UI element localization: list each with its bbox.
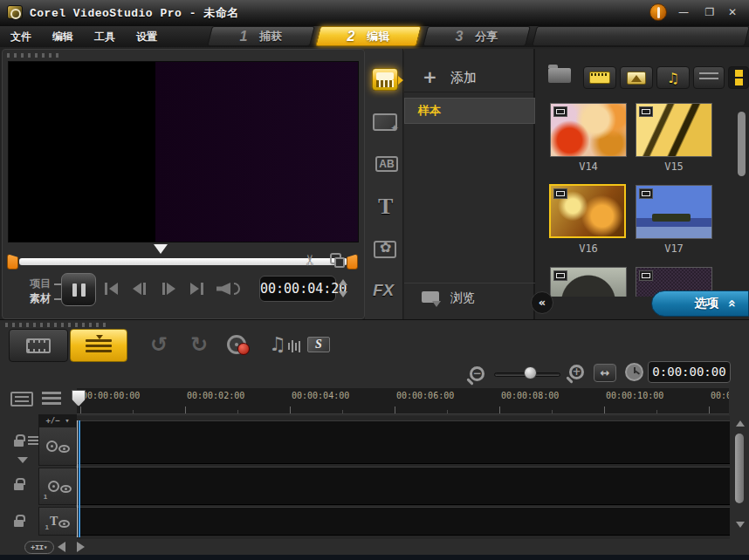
corel-guide-icon[interactable]: [649, 3, 667, 21]
video-badge-icon: [639, 188, 653, 199]
multi-trim-icon[interactable]: S: [307, 337, 330, 352]
overlay-track-lane[interactable]: [77, 467, 730, 505]
track-dropdown-icon[interactable]: [17, 457, 28, 463]
timeline-ruler[interactable]: 00:00:00:00 00:00:02:00 00:00:04:00 00:0…: [77, 388, 729, 414]
storyboard-icon: [26, 338, 51, 353]
clip-label: V15: [636, 160, 712, 173]
lock-track-icon[interactable]: [14, 483, 24, 490]
undo-button[interactable]: ↺: [150, 332, 168, 357]
ripple-edit-icon[interactable]: [28, 436, 38, 447]
next-frame-button[interactable]: [162, 283, 175, 295]
ruler-tick: 00:00:00:00: [82, 391, 140, 400]
preview-playhead-marker[interactable]: [154, 244, 168, 254]
track-visibility-icon: [60, 485, 72, 493]
ab-transition-tab-icon[interactable]: AB: [374, 155, 399, 171]
timeline-playhead-line[interactable]: [79, 420, 80, 537]
track-visibility-icon: [58, 520, 70, 528]
add-label: 添加: [450, 70, 477, 86]
close-button[interactable]: ✕: [723, 7, 742, 19]
sample-category-label: 样本: [418, 103, 441, 119]
scroll-right-icon[interactable]: [77, 542, 85, 552]
track-manager-icon[interactable]: [10, 392, 33, 406]
preview-scrubber[interactable]: [19, 258, 347, 265]
clip-thumbnail-v17[interactable]: [636, 185, 712, 239]
clip-thumbnail-v14[interactable]: [550, 103, 627, 157]
video-badge-icon: [553, 188, 567, 199]
lock-track-icon[interactable]: [14, 520, 24, 527]
video-badge-icon: [639, 270, 653, 281]
minimize-button[interactable]: —: [674, 7, 693, 19]
browse-icon: [422, 291, 439, 303]
timeline-timecode[interactable]: 0:00:00:00: [648, 361, 731, 383]
step-tab-edit[interactable]: 2 编辑: [315, 26, 422, 46]
maximize-button[interactable]: ❐: [700, 7, 719, 19]
timecode-decrease-icon[interactable]: [339, 291, 347, 297]
video-filter-button[interactable]: [583, 66, 616, 89]
title-track-header[interactable]: 1T: [38, 507, 77, 536]
title-track-lane[interactable]: [77, 507, 730, 536]
library-scrollbar[interactable]: [738, 112, 746, 176]
collapse-library-button[interactable]: «: [531, 291, 553, 314]
sound-mixer-icon[interactable]: ♫: [269, 333, 286, 355]
scroll-left-icon[interactable]: [58, 542, 65, 552]
timecode-increase-icon[interactable]: [339, 279, 347, 285]
scroll-up-icon[interactable]: [736, 420, 745, 427]
previous-frame-button[interactable]: [133, 283, 146, 295]
menu-file[interactable]: 文件: [10, 30, 31, 44]
scroll-down-icon[interactable]: [736, 522, 745, 528]
menu-settings[interactable]: 设置: [136, 30, 157, 44]
clip-mode-toggle[interactable]: 素材: [30, 291, 62, 306]
menu-edit[interactable]: 编辑: [52, 30, 73, 44]
pause-button[interactable]: [61, 273, 96, 306]
folder-icon[interactable]: [548, 68, 571, 83]
lock-track-icon[interactable]: [14, 440, 24, 447]
thumbnail-view-button[interactable]: [728, 66, 749, 89]
photo-filter-button[interactable]: [620, 66, 653, 89]
audio-filter-button[interactable]: ♫: [656, 66, 690, 89]
overlay-track-header[interactable]: 1: [38, 468, 77, 505]
menu-tools[interactable]: 工具: [94, 30, 115, 44]
timeline-tracks-area[interactable]: [77, 416, 730, 539]
record-capture-icon[interactable]: [227, 335, 246, 354]
step-label: 分享: [475, 29, 498, 44]
options-button[interactable]: 选项 »: [651, 290, 749, 317]
zoom-slider-thumb[interactable]: [524, 366, 537, 379]
transition-tab-icon[interactable]: [373, 113, 397, 131]
clip-label: V16: [550, 242, 627, 255]
panel-grip-dots: [5, 323, 110, 327]
video-track-lane[interactable]: [77, 420, 730, 464]
zoom-out-icon[interactable]: −: [470, 366, 484, 381]
step-tab-share[interactable]: 3 分享: [423, 26, 531, 46]
fit-project-icon[interactable]: ↔: [594, 364, 616, 382]
split-clip-icon[interactable]: ✂: [301, 254, 319, 266]
add-remove-track-button[interactable]: +/− ▾: [38, 414, 77, 427]
preview-timecode[interactable]: 00:00:04:20: [259, 276, 336, 302]
volume-icon[interactable]: [216, 283, 240, 295]
ruler-tick: 00:00:02:00: [187, 391, 244, 400]
video-badge-icon: [553, 106, 567, 117]
go-to-start-button[interactable]: [105, 283, 118, 295]
duration-clock-icon[interactable]: [625, 363, 643, 381]
video-track-header[interactable]: [38, 427, 77, 466]
redo-button[interactable]: ↻: [190, 332, 208, 357]
title-tab-icon[interactable]: T: [378, 194, 393, 220]
go-to-end-button[interactable]: [190, 283, 203, 295]
track-list-icon[interactable]: [42, 392, 61, 406]
clip-thumbnail-v15[interactable]: [636, 103, 712, 157]
track-visibility-icon: [58, 445, 70, 453]
ab-label: AB: [375, 156, 397, 172]
timeline-vertical-scrollbar[interactable]: [735, 434, 744, 503]
zoom-in-icon[interactable]: +: [569, 365, 584, 379]
enlarge-preview-icon[interactable]: [330, 253, 341, 264]
video-badge-icon: [639, 106, 653, 117]
project-mode-toggle[interactable]: 项目: [30, 277, 62, 291]
list-view-button[interactable]: [693, 66, 725, 89]
chapter-point-button[interactable]: +ɪɪ▾: [24, 541, 54, 554]
media-tab-icon[interactable]: [372, 68, 398, 91]
clip-thumbnail-partial[interactable]: [550, 267, 627, 297]
graphic-tab-icon[interactable]: [374, 241, 398, 258]
plus-icon: +: [423, 66, 437, 87]
clip-thumbnail-v16-selected[interactable]: [549, 184, 626, 238]
step-tab-capture[interactable]: 1 捕获: [207, 26, 315, 46]
filter-tab-icon[interactable]: FX: [373, 281, 394, 300]
